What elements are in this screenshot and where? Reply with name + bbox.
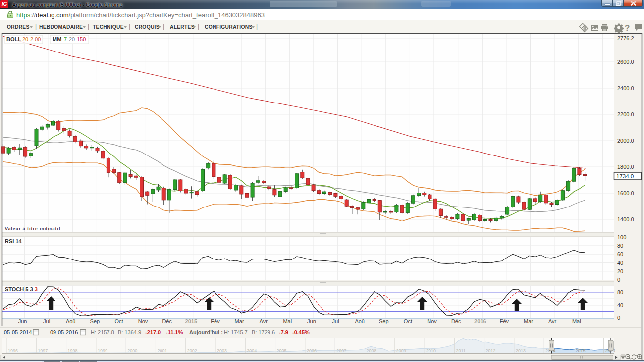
svg-text:150: 150 [77, 36, 86, 42]
svg-text:B: 1729.6: B: 1729.6 [252, 329, 275, 335]
svg-text:BOLL: BOLL [6, 36, 21, 42]
svg-text:100: 100 [617, 234, 626, 240]
svg-text:05-05-2014: 05-05-2014 [4, 329, 32, 335]
svg-text:MM: MM [53, 36, 61, 42]
svg-text:STOCH 5 3 3: STOCH 5 3 3 [5, 286, 38, 292]
svg-text:H: 1745.7: H: 1745.7 [224, 329, 248, 335]
svg-text:-7.9: -7.9 [279, 329, 288, 335]
svg-text:Sep: Sep [379, 318, 389, 324]
svg-text:Mar: Mar [235, 318, 244, 324]
svg-text:H: 2157.8: H: 2157.8 [91, 329, 114, 335]
svg-text:1800.0: 1800.0 [617, 164, 634, 170]
svg-text:1400.0: 1400.0 [617, 216, 634, 222]
svg-text:-0.45%: -0.45% [292, 329, 310, 335]
svg-text:Nov: Nov [427, 318, 437, 324]
svg-text:2015: 2015 [576, 348, 586, 353]
svg-text:RSI 14: RSI 14 [5, 238, 22, 244]
svg-text:09-05-2016: 09-05-2016 [50, 329, 78, 335]
svg-text:80: 80 [617, 243, 623, 249]
svg-text:Fév: Fév [211, 318, 220, 324]
svg-text:?: ? [625, 23, 630, 33]
svg-text:20: 20 [22, 36, 28, 42]
svg-text:2600.0: 2600.0 [617, 59, 634, 65]
svg-text:Déc: Déc [162, 318, 172, 324]
svg-text:20: 20 [69, 36, 75, 42]
svg-text:Aujourd'hui :: Aujourd'hui : [189, 329, 223, 335]
svg-text:2200.0: 2200.0 [617, 111, 634, 117]
svg-text:Aoû: Aoû [355, 318, 365, 324]
svg-text:Valeur à titre indicatif: Valeur à titre indicatif [5, 226, 61, 231]
svg-text:7: 7 [64, 36, 67, 42]
svg-text:Nov: Nov [138, 318, 148, 324]
svg-text:Jun: Jun [307, 318, 316, 324]
svg-text:B: 1364.9: B: 1364.9 [118, 329, 141, 335]
svg-text:2015: 2015 [185, 318, 197, 324]
svg-text:40: 40 [617, 260, 623, 266]
svg-text:80: 80 [617, 289, 623, 295]
svg-text:Mar: Mar [524, 318, 533, 324]
svg-text:Mai: Mai [283, 318, 292, 324]
svg-text:Sep: Sep [90, 318, 100, 324]
svg-text:2776.2: 2776.2 [617, 35, 634, 41]
svg-text:Fév: Fév [500, 318, 509, 324]
svg-text:Déc: Déc [451, 318, 461, 324]
svg-text:Avr: Avr [260, 318, 268, 324]
svg-text:60: 60 [617, 251, 623, 257]
svg-text:2400.0: 2400.0 [617, 85, 634, 91]
svg-text:1734.0: 1734.0 [616, 173, 634, 179]
svg-text:2.00: 2.00 [30, 36, 41, 42]
svg-text:2000.0: 2000.0 [617, 138, 634, 144]
svg-text:-11.1%: -11.1% [166, 329, 183, 335]
svg-text:Jul: Jul [43, 318, 50, 324]
svg-text:Oct: Oct [114, 318, 123, 324]
svg-text:Mai: Mai [572, 318, 581, 324]
svg-text:Avr: Avr [548, 318, 557, 324]
svg-text:40: 40 [617, 302, 623, 308]
svg-text:0: 0 [617, 315, 620, 321]
svg-text:20: 20 [617, 268, 623, 274]
svg-text:2016: 2016 [474, 318, 486, 324]
svg-text:-: - [44, 329, 46, 335]
svg-text:Aoû: Aoû [66, 318, 76, 324]
svg-text:0: 0 [617, 277, 620, 283]
svg-text:1600.0: 1600.0 [617, 190, 634, 196]
svg-text:Jun: Jun [18, 318, 27, 324]
svg-text:-217.0: -217.0 [145, 329, 161, 335]
svg-text:Jul: Jul [332, 318, 339, 324]
svg-text:Oct: Oct [404, 318, 412, 324]
